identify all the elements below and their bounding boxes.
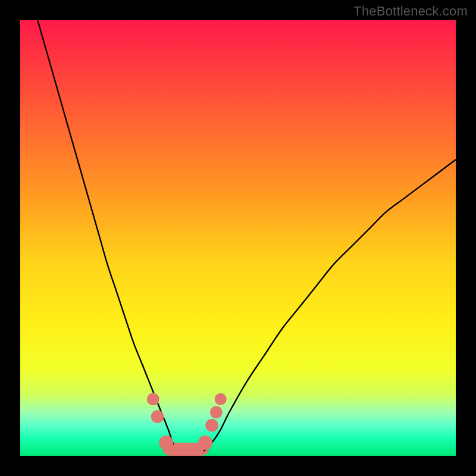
curve-marker <box>205 419 218 432</box>
curve-marker <box>215 393 227 405</box>
curve-marker <box>147 393 159 405</box>
gradient-background <box>20 20 456 456</box>
curve-marker <box>151 410 164 423</box>
curve-marker <box>210 406 223 418</box>
plot-area <box>20 20 456 456</box>
plot-svg <box>20 20 456 456</box>
watermark-text: TheBottleneck.com <box>353 4 468 19</box>
chart-frame: TheBottleneck.com <box>0 0 476 476</box>
curve-marker <box>198 436 212 450</box>
